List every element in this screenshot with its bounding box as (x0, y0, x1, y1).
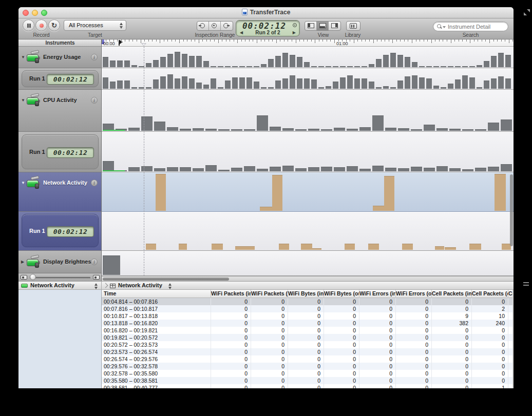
view-left-pane-button[interactable] (305, 22, 317, 30)
histogram-bar (225, 66, 231, 67)
flag-marker-icon[interactable] (119, 40, 120, 46)
value-cell: 0 (251, 370, 288, 377)
instrument-selector[interactable]: Network Activity (18, 282, 102, 290)
sidebar-item-network-activity[interactable]: ▼ Network Activity i (18, 172, 102, 212)
inspection-range-start-button[interactable] (197, 22, 209, 30)
display-brightness-track[interactable] (102, 251, 514, 276)
ruler-time-label: 01:00 (336, 41, 348, 46)
next-run-button[interactable]: ▶ (293, 30, 296, 35)
histogram-bar (103, 77, 108, 89)
disclosure-chevron-icon[interactable] (103, 283, 106, 288)
column-header[interactable]: Cell Bytes (in) (508, 290, 512, 298)
column-header[interactable]: WiFi Packets (in) (211, 290, 251, 298)
playhead-line[interactable] (144, 47, 144, 276)
cpu-activity-track[interactable] (102, 90, 514, 132)
target-dropdown[interactable]: All Processes (64, 20, 126, 31)
loop-button[interactable]: ↻ (48, 19, 60, 31)
table-row[interactable]: 00:32.578 – 00:35.580000000000 (102, 370, 512, 377)
library-button[interactable] (346, 21, 360, 31)
column-header[interactable]: WiFi Errors (in) (359, 290, 396, 298)
disclosure-triangle-icon[interactable]: ▼ (21, 181, 25, 185)
inspection-range-end-button[interactable] (221, 22, 233, 30)
sidebar-item-energy-usage[interactable]: ▼ Energy Usage i (18, 47, 102, 68)
search-options-chevron-icon[interactable] (443, 26, 446, 28)
horizontal-scrollbar-thumb[interactable] (103, 278, 229, 281)
search-input[interactable] (447, 23, 506, 30)
search-field[interactable] (433, 22, 508, 31)
disclosure-triangle-icon[interactable]: ▼ (21, 55, 25, 60)
cpu-baseline-indicator (103, 130, 125, 131)
energy-usage-track[interactable] (102, 47, 514, 68)
column-header[interactable]: WiFi Bytes (in) (288, 290, 324, 298)
fullscreen-icon[interactable] (524, 9, 530, 15)
run-row-cpu[interactable]: Run 1 00:02:12 (18, 132, 102, 172)
vertical-scrollbar-thumb[interactable] (510, 174, 513, 246)
histogram-bar (261, 64, 267, 67)
info-icon[interactable]: i (91, 259, 98, 265)
table-row[interactable]: 00:38.581 – 00:40.777000000010 (102, 384, 512, 388)
record-button[interactable] (35, 19, 47, 31)
column-header[interactable]: Cell Packets (out) (472, 290, 508, 298)
info-icon[interactable]: i (91, 180, 98, 186)
table-row[interactable]: 00:35.580 – 00:38.581000000000 (102, 377, 512, 384)
value-cell: 0 (211, 384, 251, 388)
table-row[interactable]: 00:04.814 – 00:07.816000000000 (102, 298, 512, 305)
pause-button[interactable] (23, 19, 34, 31)
column-header[interactable]: WiFi Bytes (out) (324, 290, 359, 298)
value-cell: 0 (472, 341, 508, 348)
small-track-size-icon[interactable] (21, 275, 27, 280)
info-icon[interactable]: i (91, 97, 98, 104)
table-row[interactable]: 00:19.821 – 00:20.572000000000 (102, 334, 512, 341)
table-row[interactable]: 00:23.573 – 00:26.574000000000 (102, 348, 512, 355)
menu-lines-icon[interactable] (523, 282, 529, 286)
run-row-energy[interactable]: Run 1 00:02:12 (18, 68, 102, 90)
value-cell: 0 (288, 348, 324, 355)
ruler-tick (478, 39, 478, 42)
inspection-range-reset-button[interactable] (209, 22, 221, 30)
horizontal-scrollbar[interactable] (102, 276, 514, 281)
column-header[interactable]: WiFi Packets (out) (251, 290, 288, 298)
ruler-tick (280, 39, 280, 42)
disclosure-triangle-icon[interactable]: ▼ (21, 98, 25, 103)
ruler-tick (276, 39, 277, 43)
histogram-bar (110, 82, 116, 89)
histogram-bar (231, 129, 242, 131)
table-row[interactable]: 00:10.817 – 00:13.8180000009101837 (102, 312, 512, 320)
detail-table[interactable]: TimeWiFi Packets (in)WiFi Packets (out)W… (102, 290, 512, 388)
histogram-bar (290, 75, 295, 89)
network-activity-track[interactable] (102, 172, 514, 212)
instruments-window: TransferTrace ↻ Record All Processes Tar… (18, 7, 514, 388)
network-activity-run-track[interactable] (102, 212, 514, 251)
title-bar[interactable]: TransferTrace (18, 7, 514, 18)
column-header[interactable]: WiFi Errors (out) (396, 290, 432, 298)
track-area[interactable]: 00:0001:00 (102, 39, 514, 281)
info-icon[interactable]: i (91, 54, 98, 61)
run-row-network[interactable]: Run 1 00:02:12 (18, 212, 102, 251)
sidebar-item-display-brightness[interactable]: ▶ Display Brightness i (18, 251, 102, 273)
disclosure-triangle-icon[interactable]: ▶ (21, 260, 24, 264)
table-row[interactable]: 00:13.818 – 00:16.820000000382240532295 (102, 320, 512, 327)
ruler-tick (435, 39, 435, 42)
column-header[interactable]: Cell Packets (in) (432, 290, 472, 298)
playhead-marker[interactable] (141, 43, 146, 46)
large-track-size-icon[interactable] (93, 275, 100, 280)
histogram-bar (295, 168, 307, 171)
table-row[interactable]: 00:16.820 – 00:19.821000000000 (102, 327, 512, 334)
energy-usage-run-track[interactable] (102, 68, 514, 90)
value-cell: 0 (432, 298, 472, 305)
value-cell: 0 (288, 355, 324, 363)
cpu-activity-run-track[interactable] (102, 132, 514, 172)
histogram-bar (495, 174, 506, 211)
timeline-ruler[interactable]: 00:0001:00 (102, 39, 514, 47)
table-row[interactable]: 00:29.576 – 00:32.578000000000 (102, 363, 512, 370)
table-row[interactable]: 00:07.816 – 00:10.817000000020 (102, 305, 512, 312)
table-row[interactable]: 00:20.572 – 00:23.573000000000 (102, 341, 512, 348)
sidebar-item-cpu-activity[interactable]: ▼ CPU Activity i (18, 90, 102, 132)
track-zoom-slider[interactable] (30, 277, 90, 279)
track-zoom-knob[interactable] (30, 274, 36, 280)
column-header[interactable]: Time (102, 290, 211, 298)
view-right-pane-button[interactable] (329, 22, 340, 30)
table-row[interactable]: 00:26.574 – 00:29.576000000000 (102, 355, 512, 363)
histogram-bar (141, 116, 153, 131)
view-bottom-pane-button[interactable] (317, 22, 329, 30)
